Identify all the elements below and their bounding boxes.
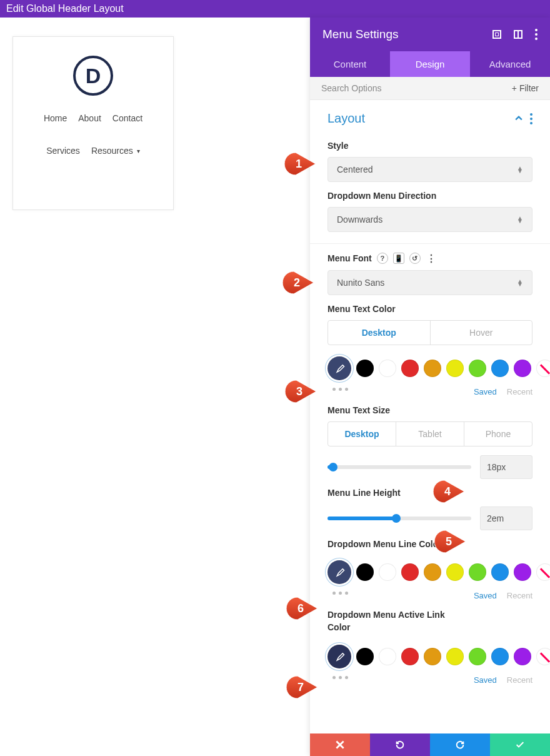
redo-button[interactable] — [430, 733, 490, 756]
expand-icon[interactable] — [492, 30, 501, 39]
swatch-white[interactable] — [379, 563, 396, 581]
menu-item-services[interactable]: Services — [46, 146, 80, 156]
tab-size-desktop[interactable]: Desktop — [328, 422, 396, 446]
saved-recent-row: Saved Recent — [328, 675, 532, 685]
textsize-slider[interactable] — [328, 465, 471, 469]
section-layout-header[interactable]: Layout — [310, 100, 550, 132]
tab-desktop[interactable]: Desktop — [328, 321, 431, 345]
lineheight-slider[interactable] — [328, 517, 471, 520]
swatch-orange[interactable] — [424, 360, 441, 377]
panel-title: Menu Settings — [322, 28, 398, 41]
preview-menu-2: Services Resources ▾ — [19, 146, 167, 156]
swatch-orange[interactable] — [424, 563, 441, 581]
saved-recent-row: Saved Recent — [328, 591, 532, 600]
slider-knob-icon[interactable] — [329, 463, 338, 471]
swatch-yellow[interactable] — [446, 563, 464, 581]
close-button[interactable] — [310, 733, 370, 756]
saved-recent-row: Saved Recent — [328, 387, 532, 396]
swatch-green[interactable] — [469, 563, 486, 581]
chevron-down-icon: ▾ — [137, 148, 140, 154]
menu-item-about[interactable]: About — [78, 113, 101, 123]
select-style[interactable]: Centered ▲▼ — [328, 157, 532, 182]
saved-link[interactable]: Saved — [474, 675, 497, 685]
group-layout: Style Centered ▲▼ Dropdown Menu Directio… — [310, 141, 550, 244]
swatch-red[interactable] — [401, 648, 419, 665]
swatch-blue[interactable] — [491, 648, 509, 665]
swatch-black[interactable] — [356, 360, 374, 377]
textsize-value[interactable]: 18px — [480, 455, 532, 479]
help-icon[interactable]: ? — [377, 253, 388, 264]
swatch-purple[interactable] — [514, 563, 531, 581]
panel-header-icons — [492, 29, 538, 40]
reset-icon[interactable]: ↺ — [409, 253, 421, 264]
label-text-color: Menu Text Color — [328, 304, 532, 314]
recent-link[interactable]: Recent — [507, 387, 532, 396]
select-font[interactable]: Nunito Sans ▲▼ — [328, 270, 532, 295]
swatch-green[interactable] — [469, 648, 486, 665]
eyedropper-picker[interactable] — [328, 645, 351, 668]
caret-icon: ▲▼ — [517, 216, 523, 223]
tab-advanced[interactable]: Advanced — [470, 51, 550, 77]
swatches-dd-active — [328, 645, 532, 668]
recent-link[interactable]: Recent — [507, 591, 532, 600]
lineheight-value[interactable]: 2em — [480, 507, 532, 530]
saved-link[interactable]: Saved — [474, 387, 497, 396]
logo-icon: D — [73, 56, 113, 96]
recent-link[interactable]: Recent — [507, 675, 532, 685]
swatch-yellow[interactable] — [446, 648, 464, 665]
menu-dots-icon[interactable] — [535, 29, 538, 40]
main-area: D Home About Contact Services Resources … — [0, 18, 550, 756]
swatch-black[interactable] — [356, 648, 374, 665]
topbar: Edit Global Header Layout — [0, 0, 550, 18]
label-text-size: Menu Text Size — [328, 405, 532, 415]
select-direction[interactable]: Downwards ▲▼ — [328, 207, 532, 232]
tab-content[interactable]: Content — [310, 51, 390, 77]
text-color-tabs: Desktop Hover — [328, 320, 532, 345]
swatch-none[interactable] — [536, 563, 550, 581]
slider-text-size: 18px — [328, 455, 532, 479]
label-dd-line-color: Dropdown Menu Line Color — [328, 539, 532, 549]
tab-size-phone[interactable]: Phone — [464, 422, 532, 446]
swatch-red[interactable] — [401, 563, 419, 581]
chevron-up-icon[interactable] — [515, 113, 522, 124]
swatch-white[interactable] — [379, 360, 396, 377]
undo-button[interactable] — [370, 733, 430, 756]
swatch-red[interactable] — [401, 360, 419, 377]
menu-item-home[interactable]: Home — [44, 113, 67, 123]
label-dd-active-color: Dropdown Menu Active Link Color — [328, 609, 452, 633]
tab-hover[interactable]: Hover — [431, 321, 532, 345]
swatch-none[interactable] — [536, 648, 550, 665]
preview-menu: Home About Contact — [19, 113, 167, 123]
columns-icon[interactable] — [514, 30, 522, 39]
swatch-blue[interactable] — [491, 360, 509, 377]
swatch-orange[interactable] — [424, 648, 441, 665]
section-menu-icon[interactable] — [530, 113, 532, 124]
search-options[interactable]: Search Options — [321, 83, 382, 93]
eyedropper-picker[interactable] — [328, 356, 351, 380]
tab-design[interactable]: Design — [390, 51, 470, 77]
menu-item-contact[interactable]: Contact — [112, 113, 142, 123]
swatch-blue[interactable] — [491, 563, 509, 581]
eyedropper-picker[interactable] — [328, 560, 351, 584]
swatch-purple[interactable] — [514, 360, 531, 377]
slider-knob-icon[interactable] — [392, 514, 401, 523]
swatch-white[interactable] — [379, 648, 396, 665]
swatch-purple[interactable] — [514, 648, 531, 665]
swatch-yellow[interactable] — [446, 360, 464, 377]
saved-link[interactable]: Saved — [474, 591, 497, 600]
label-direction: Dropdown Menu Direction — [328, 191, 532, 201]
phone-icon[interactable]: 📱 — [393, 253, 404, 264]
swatch-none[interactable] — [536, 360, 550, 377]
menu-item-resources[interactable]: Resources ▾ — [91, 146, 140, 156]
more-icon[interactable]: ⋮ — [426, 253, 437, 264]
label-style: Style — [328, 141, 532, 151]
confirm-button[interactable] — [490, 733, 550, 756]
swatch-black[interactable] — [356, 563, 374, 581]
tab-size-tablet[interactable]: Tablet — [396, 422, 464, 446]
caret-icon: ▲▼ — [517, 166, 523, 173]
settings-panel: Menu Settings Content Design Advanced Se… — [310, 18, 550, 756]
filter-button[interactable]: + Filter — [512, 83, 539, 93]
swatch-green[interactable] — [469, 360, 486, 377]
settings-scroll[interactable]: Layout Style Centered ▲▼ Dropdown Menu D… — [310, 100, 550, 756]
section-layout-title: Layout — [328, 111, 365, 126]
